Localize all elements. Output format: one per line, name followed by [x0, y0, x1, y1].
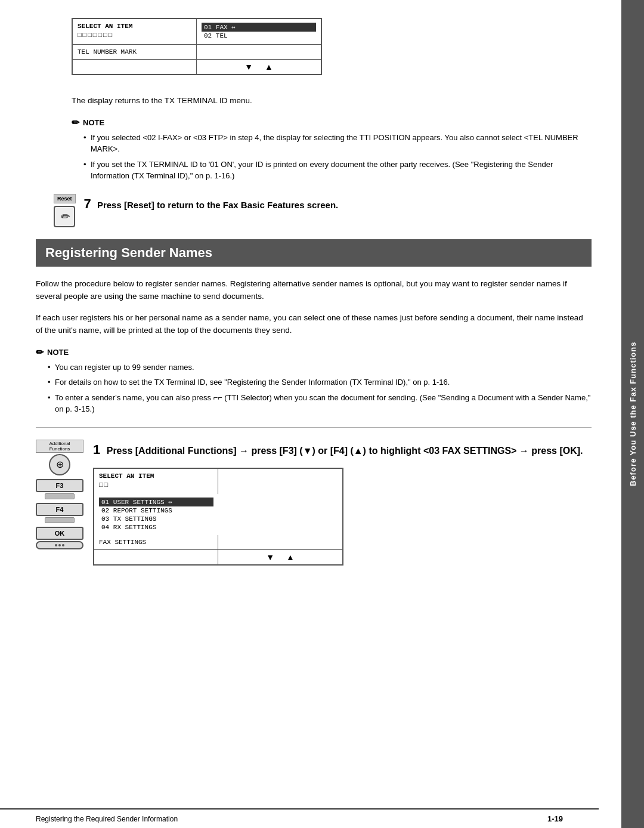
screen2-footer-left — [94, 550, 218, 564]
additional-functions-label: Additional Functions — [36, 440, 83, 453]
reset-icon: ✏ — [54, 206, 75, 227]
f3-label: F3 — [36, 479, 83, 492]
step1-row: Additional Functions ⊕ F3 F4 OK — [36, 440, 592, 566]
note2-item-1: You can register up to 99 sender names. — [48, 362, 592, 373]
footer-left-text: Registering the Required Sender Informat… — [36, 815, 178, 823]
screen1-mockup: SELECT AN ITEM □□□□□□□ 01 FAX ⇔ 02 TEL T… — [72, 18, 322, 75]
screen2-fax-settings: FAX SETTINGS — [99, 539, 213, 546]
screen1-tel-mark: TEL NUMBER MARK — [78, 48, 191, 55]
f4-button: F4 — [36, 503, 83, 523]
screen1-nav-up: ▲ — [265, 62, 273, 72]
f3-bar — [45, 493, 75, 499]
screen1-footer-left — [73, 60, 197, 74]
screen1-item-01: 01 FAX ⇔ — [202, 23, 316, 32]
note2-item-2: For details on how to set the TX Termina… — [48, 376, 592, 388]
screen1-nav-down: ▼ — [244, 62, 253, 72]
note2-label: NOTE — [47, 348, 69, 357]
screen2-body-left: FAX SETTINGS — [94, 535, 218, 549]
screen1-body-right — [197, 45, 321, 59]
note1-item-2: If you set the TX TERMINAL ID to '01 ON'… — [83, 159, 592, 182]
screen2-nav-up: ▲ — [286, 552, 295, 562]
screen2-item-01: 01 USER SETTINGS ⇔ — [99, 498, 213, 506]
step7-instruction: Press [Reset] to return to the Fax Basic… — [97, 200, 338, 210]
screen1-body-left: TEL NUMBER MARK — [73, 45, 197, 59]
page-number: 1-19 — [547, 814, 563, 823]
screen1-footer-right: ▼ ▲ — [197, 60, 321, 74]
page-container: SELECT AN ITEM □□□□□□□ 01 FAX ⇔ 02 TEL T… — [0, 0, 644, 828]
note2-section: ✏ NOTE You can register up to 99 sender … — [36, 347, 592, 415]
note2-list: You can register up to 99 sender names. … — [48, 362, 592, 415]
screen2-mockup: SELECT AN ITEM □□ 01 USER SETTINGS ⇔ 02 … — [93, 468, 343, 566]
body-para1: Follow the procedure below to register s… — [36, 277, 592, 303]
main-content: SELECT AN ITEM □□□□□□□ 01 FAX ⇔ 02 TEL T… — [0, 0, 621, 828]
f3-button: F3 — [36, 479, 83, 499]
note1-section: ✏ NOTE If you selected <02 I-FAX> or <03… — [72, 117, 592, 182]
note1-label: NOTE — [83, 118, 104, 127]
screen1-item-02: 02 TEL — [202, 32, 316, 40]
screen2-nav-down: ▼ — [266, 552, 274, 562]
ok-dot-1 — [55, 544, 57, 546]
ok-button: OK — [36, 527, 83, 549]
buttons-panel: Additional Functions ⊕ F3 F4 OK — [36, 440, 83, 549]
screen1-right: 01 FAX ⇔ 02 TEL — [197, 19, 321, 44]
step7-row: Reset ✏ 7 Press [Reset] to return to the… — [54, 194, 592, 227]
side-tab-label: Before You Use the Fax Functions — [628, 342, 637, 486]
step7-text: 7 Press [Reset] to return to the Fax Bas… — [84, 194, 339, 214]
reset-label: Reset — [54, 194, 76, 203]
ok-dots — [55, 544, 64, 546]
step7-number: 7 — [84, 196, 91, 211]
note1-list: If you selected <02 I-FAX> or <03 FTP> i… — [83, 132, 592, 182]
ok-dot-2 — [58, 544, 61, 546]
screen2-left-header: SELECT AN ITEM □□ — [94, 469, 218, 494]
side-tab: Before You Use the Fax Functions — [621, 0, 644, 828]
screen1-dots: □□□□□□□ — [78, 32, 191, 39]
divider — [36, 427, 592, 428]
screen2-header-text: SELECT AN ITEM — [99, 472, 213, 480]
page-footer: Registering the Required Sender Informat… — [0, 808, 599, 828]
screen2-item-04: 04 RX SETTINGS — [99, 523, 213, 532]
f4-bar — [45, 517, 75, 523]
screen2-item-03: 03 TX SETTINGS — [99, 515, 213, 523]
step1-text: 1 Press [Additional Functions] → press [… — [93, 440, 592, 459]
screen2-body-right — [218, 535, 342, 549]
screen2-right: 01 USER SETTINGS ⇔ 02 REPORT SETTINGS 03… — [94, 494, 218, 535]
additional-functions-button: Additional Functions ⊕ — [36, 440, 83, 475]
note2-item-3: To enter a sender's name, you can also p… — [48, 392, 592, 415]
body-para2: If each user registers his or her person… — [36, 311, 592, 337]
f4-label: F4 — [36, 503, 83, 516]
note1-icon: ✏ — [72, 117, 79, 128]
screen1-left-header: SELECT AN ITEM □□□□□□□ — [73, 19, 197, 44]
step1-instruction: Press [Additional Functions] → press [F3… — [107, 446, 583, 456]
ok-dot-3 — [62, 544, 64, 546]
note2-header: ✏ NOTE — [36, 347, 592, 358]
display-returns-text: The display returns to the TX TERMINAL I… — [72, 94, 592, 107]
reset-button-box: Reset ✏ — [54, 194, 76, 227]
additional-functions-icon: ⊕ — [49, 454, 70, 475]
ok-icon — [36, 541, 83, 549]
step1-text-area: 1 Press [Additional Functions] → press [… — [93, 440, 592, 566]
note1-item-1: If you selected <02 I-FAX> or <03 FTP> i… — [83, 132, 592, 155]
screen2-footer-right: ▼ ▲ — [218, 550, 342, 564]
section-heading: Registering Sender Names — [36, 239, 592, 267]
screen2-dots: □□ — [99, 481, 213, 489]
ok-label: OK — [36, 527, 83, 540]
note2-icon: ✏ — [36, 347, 44, 358]
step1-number: 1 — [93, 442, 100, 457]
screen2-item-02: 02 REPORT SETTINGS — [99, 506, 213, 515]
note1-header: ✏ NOTE — [72, 117, 592, 128]
